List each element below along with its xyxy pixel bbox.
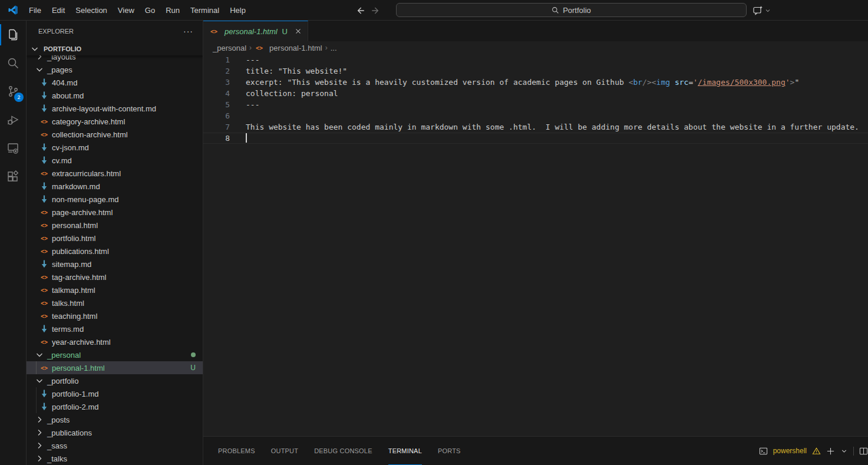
back-arrow-icon[interactable] xyxy=(355,5,365,16)
tree-item-talkmap-html[interactable]: <>talkmap.html xyxy=(27,283,203,296)
panel-tab-terminal[interactable]: TERMINAL xyxy=(388,437,422,465)
tree-item-terms-md[interactable]: terms.md xyxy=(27,322,203,335)
project-root-folder[interactable]: PORTFOLIO xyxy=(27,42,203,55)
code-token: /> xyxy=(642,78,652,87)
activity-explorer-button[interactable] xyxy=(0,21,26,49)
command-center-search[interactable]: Portfolio xyxy=(396,3,747,17)
chevron-right-icon xyxy=(35,415,44,424)
bottom-panel: PROBLEMSOUTPUTDEBUG CONSOLETERMINALPORTS… xyxy=(203,436,868,465)
code-line-1[interactable]: 1--- xyxy=(203,54,868,65)
line-number: 2 xyxy=(203,65,230,77)
indent-guide xyxy=(36,361,37,374)
search-icon xyxy=(552,6,559,14)
activity-remote-explorer-button[interactable] xyxy=(0,134,26,162)
tree-item-cv-md[interactable]: cv.md xyxy=(27,154,203,167)
tree-item-category-archive-html[interactable]: <>category-archive.html xyxy=(27,115,203,128)
tree-item-publications-html[interactable]: <>publications.html xyxy=(27,245,203,258)
tree-item--sass[interactable]: _sass xyxy=(27,439,203,452)
breadcrumb-item--personal[interactable]: _personal xyxy=(213,44,246,52)
remote-explorer-icon xyxy=(6,141,20,155)
editor-group: <> personal-1.html U _personal›<>persona… xyxy=(203,21,868,465)
tree-item--talks[interactable]: _talks xyxy=(27,452,203,465)
tree-item-markdown-md[interactable]: markdown.md xyxy=(27,180,203,193)
tree-item--portfolio[interactable]: _portfolio xyxy=(27,374,203,387)
tree-item-archive-layout-with-content-md[interactable]: archive-layout-with-content.md xyxy=(27,102,203,115)
tree-item-portfolio-2-md[interactable]: portfolio-2.md xyxy=(27,400,203,413)
tree-item-year-archive-html[interactable]: <>year-archive.html xyxy=(27,335,203,348)
code-line-text: collection: personal xyxy=(246,88,338,99)
activity-run-debug-button[interactable] xyxy=(0,105,26,134)
tree-item-collection-archive-html[interactable]: <>collection-archive.html xyxy=(27,128,203,141)
explorer-more-actions-icon[interactable]: ··· xyxy=(183,27,193,36)
code-line-6[interactable]: 6 xyxy=(203,110,868,121)
tree-item-portfolio-html[interactable]: <>portfolio.html xyxy=(27,232,203,245)
copilot-dropdown-chevron-icon[interactable] xyxy=(764,7,771,14)
tree-item-sitemap-md[interactable]: sitemap.md xyxy=(27,258,203,271)
tree-item-label: _pages xyxy=(47,65,72,74)
tree-item--publications[interactable]: _publications xyxy=(27,426,203,439)
terminal-dropdown-chevron-icon[interactable] xyxy=(840,447,848,455)
tree-item-tag-archive-html[interactable]: <>tag-archive.html xyxy=(27,271,203,283)
activity-extensions-button[interactable] xyxy=(0,162,26,190)
history-navigation xyxy=(355,0,381,21)
tab-label: personal-1.html xyxy=(225,27,278,36)
code-line-text: --- xyxy=(246,54,259,65)
tree-item-personal-1-html[interactable]: <>personal-1.htmlU xyxy=(27,361,203,374)
menu-item-terminal[interactable]: Terminal xyxy=(185,4,225,17)
tree-item-label: _sass xyxy=(47,441,67,450)
split-terminal-icon[interactable] xyxy=(859,447,868,456)
code-editor[interactable]: 1---2title: "This website!"3excerpt: "Th… xyxy=(203,54,868,436)
markdown-file-icon xyxy=(39,156,49,165)
breadcrumb-item--[interactable]: ... xyxy=(331,44,337,52)
menu-item-edit[interactable]: Edit xyxy=(47,4,70,17)
panel-tab-debug-console[interactable]: DEBUG CONSOLE xyxy=(314,437,372,465)
activity-search-button[interactable] xyxy=(0,49,26,77)
tree-item-teaching-html[interactable]: <>teaching.html xyxy=(27,309,203,322)
tab-close-icon[interactable] xyxy=(294,27,302,35)
breadcrumb-separator-icon: › xyxy=(325,44,328,52)
tree-item-portfolio-1-md[interactable]: portfolio-1.md xyxy=(27,387,203,400)
project-root-label: PORTFOLIO xyxy=(44,45,81,52)
tree-item-label: year-archive.html xyxy=(52,338,111,347)
run-debug-icon xyxy=(6,113,20,127)
tab-bar: <> personal-1.html U xyxy=(203,21,868,41)
tree-item-talks-html[interactable]: <>talks.html xyxy=(27,296,203,309)
forward-arrow-icon[interactable] xyxy=(371,5,381,16)
code-line-8[interactable]: 8 xyxy=(203,133,868,144)
tree-item-personal-html[interactable]: <>personal.html xyxy=(27,219,203,232)
menu-item-selection[interactable]: Selection xyxy=(70,4,112,17)
new-terminal-plus-icon[interactable] xyxy=(826,447,835,456)
code-line-2[interactable]: 2title: "This website!" xyxy=(203,65,868,77)
activity-source-control-button[interactable]: 2 xyxy=(0,77,26,105)
tree-item-page-archive-html[interactable]: <>page-archive.html xyxy=(27,206,203,219)
tree-item-cv-json-md[interactable]: cv-json.md xyxy=(27,141,203,154)
tree-item-label: _publications xyxy=(47,428,92,437)
tree-item--pages[interactable]: _pages xyxy=(27,63,203,76)
panel-tab-problems[interactable]: PROBLEMS xyxy=(218,437,255,465)
menu-item-run[interactable]: Run xyxy=(160,4,185,17)
terminal-shell-label[interactable]: powershell xyxy=(773,447,807,455)
copilot-icon[interactable] xyxy=(752,5,764,17)
menu-item-view[interactable]: View xyxy=(113,4,140,17)
code-line-7[interactable]: 7This website has been coded mainly in m… xyxy=(203,121,868,133)
tree-item-about-md[interactable]: about.md xyxy=(27,89,203,102)
tab-personal-1-html[interactable]: <> personal-1.html U xyxy=(203,21,308,41)
breadcrumb-item-personal-1-html[interactable]: <>personal-1.html xyxy=(255,43,322,52)
tree-item-label: _personal xyxy=(47,351,81,360)
tree-item-404-md[interactable]: 404.md xyxy=(27,76,203,89)
code-line-5[interactable]: 5--- xyxy=(203,99,868,110)
panel-tab-output[interactable]: OUTPUT xyxy=(271,437,298,465)
menu-item-go[interactable]: Go xyxy=(140,4,160,17)
tree-item-non-menu-page-md[interactable]: non-menu-page.md xyxy=(27,193,203,206)
code-line-text: This website has been coded mainly in ma… xyxy=(246,121,859,133)
menu-item-file[interactable]: File xyxy=(24,4,47,17)
tree-item--personal[interactable]: _personal xyxy=(27,348,203,361)
tree-item-extracurriculars-html[interactable]: <>extracurriculars.html xyxy=(27,167,203,180)
code-line-4[interactable]: 4collection: personal xyxy=(203,88,868,99)
panel-tab-ports[interactable]: PORTS xyxy=(438,437,461,465)
menu-item-help[interactable]: Help xyxy=(225,4,251,17)
title-bar-right xyxy=(752,0,771,21)
code-line-3[interactable]: 3excerpt: "This website is a heavily cus… xyxy=(203,77,868,88)
tree-item--posts[interactable]: _posts xyxy=(27,413,203,426)
breadcrumb-label: ... xyxy=(331,44,337,52)
